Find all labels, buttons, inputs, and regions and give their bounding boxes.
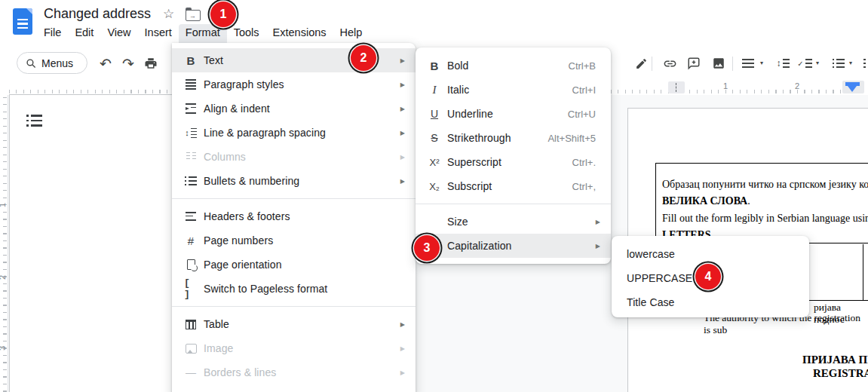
numbered-list-button[interactable] xyxy=(860,58,868,69)
toolbar-separator xyxy=(652,57,652,71)
menu-divider xyxy=(172,198,416,199)
menu-divider xyxy=(416,204,611,204)
shortcut-label: Ctrl+, xyxy=(572,181,600,192)
page-numbers-icon: # xyxy=(184,234,198,247)
columns-icon xyxy=(184,150,198,164)
menu-edit[interactable]: Edit xyxy=(68,24,100,43)
line-spacing-button[interactable]: ↕ xyxy=(774,58,792,69)
subscript-icon: X₂ xyxy=(428,179,441,193)
doc-heading-serbian: ПРИЈАВА ПР xyxy=(802,354,868,366)
submenu-arrow-icon: ▶ xyxy=(400,130,405,136)
submenu-arrow-icon: ▶ xyxy=(400,178,405,185)
submenu-arrow-icon: ▶ xyxy=(400,106,405,112)
text-submenu-item-size[interactable]: Size ▶ xyxy=(416,210,611,234)
link-icon xyxy=(663,57,677,71)
search-icon xyxy=(26,58,36,69)
ruler-number: 1 xyxy=(723,81,728,90)
align-icon[interactable] xyxy=(742,59,754,69)
format-menu-item-pageless[interactable]: [ ] Switch to Pageless format xyxy=(172,277,416,301)
capitalization-item-title-case[interactable]: Title Case xyxy=(612,290,809,314)
highlight-color-button[interactable] xyxy=(632,54,650,72)
shortcut-label: Ctrl+I xyxy=(572,84,600,96)
align-caret-icon[interactable]: ▾ xyxy=(760,60,763,66)
align-indent-icon xyxy=(184,102,198,115)
shortcut-label: Alt+Shift+5 xyxy=(547,133,600,144)
ruler-cursor-marker xyxy=(668,81,685,93)
add-comment-button[interactable] xyxy=(685,54,703,72)
format-menu-item-page-orientation[interactable]: Page orientation xyxy=(172,253,416,277)
checklist-check-glyph: ✓ xyxy=(797,60,803,68)
submenu-arrow-icon: ▶ xyxy=(400,81,405,88)
text-submenu-item-italic[interactable]: I Italic Ctrl+I xyxy=(416,78,611,102)
toolbar-separator xyxy=(732,57,733,71)
menu-view[interactable]: View xyxy=(100,24,137,43)
capitalization-item-lowercase[interactable]: lowercase xyxy=(612,242,809,266)
google-docs-logo[interactable] xyxy=(13,8,32,35)
insert-link-button[interactable] xyxy=(661,54,679,72)
image-icon xyxy=(712,57,725,70)
submenu-arrow-icon: ▶ xyxy=(400,345,405,352)
text-submenu-item-underline[interactable]: U Underline Ctrl+U xyxy=(416,102,611,126)
underline-icon: U xyxy=(428,107,441,121)
bulleted-list-caret-icon[interactable]: ▾ xyxy=(849,60,852,66)
menu-tools[interactable]: Tools xyxy=(227,24,266,43)
format-menu-item-align-indent[interactable]: Align & indent ▶ xyxy=(172,96,416,121)
format-menu-item-line-spacing[interactable]: ↕ Line & paragraph spacing ▶ xyxy=(172,121,416,145)
checklist-caret-icon[interactable]: ▾ xyxy=(816,60,819,66)
text-submenu-item-superscript[interactable]: X² Superscript Ctrl+. xyxy=(416,150,611,174)
move-to-folder-icon[interactable]: → xyxy=(186,10,201,21)
text-format-icon: B xyxy=(184,54,198,67)
text-submenu-item-strikethrough[interactable]: S Strikethrough Alt+Shift+5 xyxy=(416,126,611,150)
menu-help[interactable]: Help xyxy=(333,24,370,43)
menus-label: Menus xyxy=(41,57,73,69)
bulleted-list-button[interactable] xyxy=(830,58,848,69)
highlighter-icon xyxy=(635,57,648,70)
document-title[interactable]: Changed address xyxy=(44,6,151,22)
submenu-arrow-icon: ▶ xyxy=(596,243,600,250)
bold-icon: B xyxy=(428,59,441,72)
superscript-icon: X² xyxy=(428,155,441,169)
annotation-step-4: 4 xyxy=(695,264,721,289)
star-icon[interactable]: ☆ xyxy=(163,6,174,22)
line-spacing-icon: ↕ xyxy=(184,126,198,139)
annotation-step-3: 3 xyxy=(414,235,440,261)
format-menu-item-table[interactable]: Table ▶ xyxy=(172,312,416,336)
show-outline-icon[interactable] xyxy=(26,112,42,129)
search-menus-button[interactable]: Menus xyxy=(17,52,87,74)
menu-file[interactable]: File xyxy=(37,24,68,43)
image-icon xyxy=(184,341,198,355)
format-menu-item-text[interactable]: B Text ▶ xyxy=(172,48,416,72)
submenu-arrow-icon: ▶ xyxy=(400,154,405,161)
vertical-ruler: 1 2 3 xyxy=(0,95,8,392)
submenu-arrow-icon: ▶ xyxy=(596,219,600,225)
undo-button[interactable]: ↶ xyxy=(97,54,115,72)
format-menu: B Text ▶ Paragraph styles ▶ Align & inde… xyxy=(172,43,416,392)
format-menu-item-paragraph-styles[interactable]: Paragraph styles ▶ xyxy=(172,72,416,96)
text-submenu-item-bold[interactable]: B Bold Ctrl+B xyxy=(416,54,611,78)
text-submenu-item-capitalization[interactable]: Capitalization ▶ xyxy=(416,234,611,258)
menu-insert[interactable]: Insert xyxy=(138,24,179,43)
format-menu-item-page-numbers[interactable]: # Page numbers xyxy=(172,228,416,253)
annotation-step-2: 2 xyxy=(351,45,376,71)
submenu-arrow-icon: ▶ xyxy=(400,369,405,376)
spacing-arrows-glyph: ↕ xyxy=(777,58,781,69)
shortcut-label: Ctrl+. xyxy=(572,157,600,168)
format-menu-item-bullets-numbering[interactable]: Bullets & numbering ▶ xyxy=(172,169,416,193)
print-button[interactable] xyxy=(142,54,160,72)
menu-format[interactable]: Format xyxy=(179,24,227,43)
insert-image-button[interactable] xyxy=(710,54,728,72)
left-indent-marker[interactable] xyxy=(848,86,857,92)
format-menu-item-headers-footers[interactable]: Headers & footers xyxy=(172,204,416,228)
shortcut-label: Ctrl+U xyxy=(568,109,600,120)
borders-lines-icon: — xyxy=(184,366,198,379)
redo-button[interactable]: ↷ xyxy=(119,54,137,72)
paragraph-styles-icon xyxy=(184,78,198,91)
text-submenu-item-subscript[interactable]: X₂ Subscript Ctrl+, xyxy=(416,174,611,198)
menu-extensions[interactable]: Extensions xyxy=(266,24,333,43)
checklist-button[interactable]: ✓ xyxy=(796,58,814,69)
table-border-line xyxy=(863,244,863,300)
submenu-arrow-icon: ▶ xyxy=(400,57,405,64)
format-menu-item-columns: Columns ▶ xyxy=(172,145,416,169)
text-submenu: B Bold Ctrl+B I Italic Ctrl+I U Underlin… xyxy=(416,47,611,264)
print-icon xyxy=(144,57,158,70)
